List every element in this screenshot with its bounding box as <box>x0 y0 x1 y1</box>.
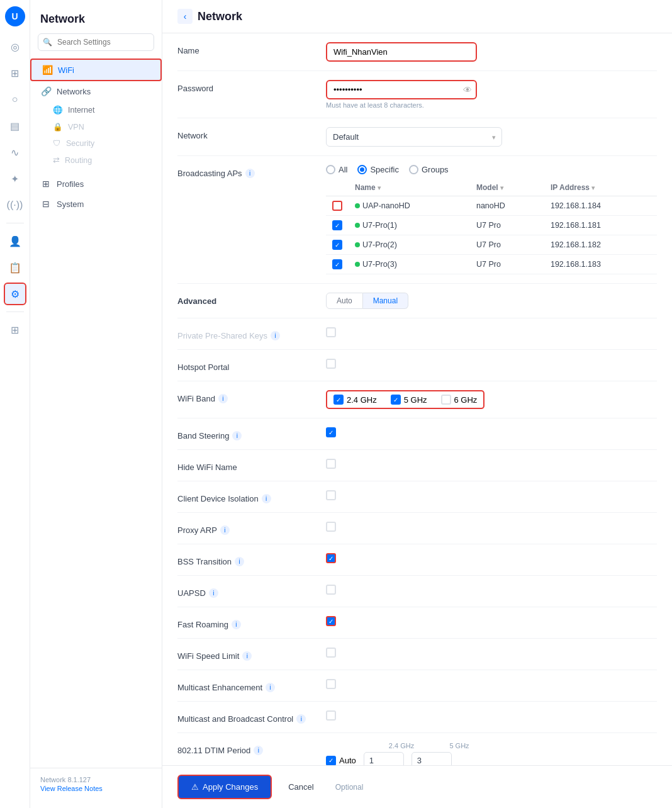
client-isolation-info-icon[interactable]: i <box>262 494 271 503</box>
password-input[interactable] <box>326 80 477 99</box>
release-notes-link[interactable]: View Release Notes <box>40 785 103 792</box>
system-icon: ⊟ <box>40 199 52 209</box>
bss-info-icon[interactable]: i <box>235 557 244 566</box>
sidebar-icon-settings[interactable]: ⚙ <box>4 283 26 305</box>
band-6-checkbox[interactable] <box>441 395 451 405</box>
proxy-arp-info-icon[interactable]: i <box>220 525 230 535</box>
radio-specific-indicator <box>357 165 367 174</box>
multicast-checkbox[interactable] <box>326 679 336 689</box>
psk-info-icon[interactable]: i <box>271 331 280 340</box>
sidebar-icon-wireless[interactable]: ((·)) <box>4 194 26 216</box>
band-5: 5 GHz <box>391 395 427 405</box>
vpn-icon: 🔒 <box>53 122 63 132</box>
sidebar-icon-clipboard[interactable]: 📋 <box>4 256 26 279</box>
client-isolation-checkbox[interactable] <box>326 490 336 500</box>
wifi-speed-checkbox[interactable] <box>326 648 336 658</box>
sidebar-icon-grid[interactable]: ⊞ <box>4 318 26 341</box>
sidebar-item-networks[interactable]: 🔗 Networks <box>30 81 162 101</box>
psk-checkbox[interactable] <box>326 327 336 337</box>
hotspot-checkbox[interactable] <box>326 359 336 369</box>
band-24-checkbox[interactable] <box>333 395 344 405</box>
multicast-bc-control <box>326 710 657 721</box>
dtim-auto-wrap[interactable]: Auto <box>326 756 356 766</box>
cancel-button[interactable]: Cancel <box>279 776 322 798</box>
dtim-auto-checkbox[interactable] <box>326 756 336 766</box>
ap-checkbox-0[interactable] <box>332 201 342 211</box>
sidebar-item-system-label: System <box>57 199 84 209</box>
sidebar-icon-analytics[interactable]: ∿ <box>4 141 26 164</box>
page-title: Network <box>198 10 242 23</box>
radio-all[interactable]: All <box>326 165 347 174</box>
table-row: UAP-nanoHD nanoHD 192.168.1.184 <box>326 196 657 216</box>
icon-bar-divider-2 <box>6 311 24 312</box>
client-isolation-row: Client Device Isolation i <box>177 481 657 513</box>
sidebar-item-security-label: Security <box>66 139 94 148</box>
tab-manual[interactable]: Manual <box>363 293 408 309</box>
password-toggle-icon[interactable]: 👁 <box>463 85 472 95</box>
psk-label: Private Pre-Shared Keys i <box>177 327 316 340</box>
wifi-icon: 📶 <box>42 65 53 75</box>
fast-roaming-info-icon[interactable]: i <box>232 620 241 629</box>
sidebar-icon-clients[interactable]: ○ <box>4 88 26 111</box>
ap-table: Name ▾ Model ▾ IP Address ▾ UAP-nanoHD n… <box>326 179 657 274</box>
multicast-info-icon[interactable]: i <box>266 683 275 692</box>
band-5-checkbox[interactable] <box>391 395 401 405</box>
uapsd-checkbox[interactable] <box>326 585 336 595</box>
ap-model-2: U7 Pro <box>470 235 544 255</box>
sidebar-item-networks-label: Networks <box>57 87 91 96</box>
sidebar-icon-topology[interactable]: ⊞ <box>4 62 26 84</box>
network-control: Default ▾ <box>326 127 657 147</box>
sidebar: Network 🔍 📶 WiFi 🔗 Networks 🌐 Internet 🔒… <box>30 0 162 808</box>
sidebar-icon-user[interactable]: 👤 <box>4 230 26 252</box>
dtim-label: 802.11 DTIM Period i <box>177 742 316 755</box>
bss-checkbox[interactable] <box>326 553 336 563</box>
collapse-button[interactable]: ‹ <box>177 9 193 24</box>
radio-specific[interactable]: Specific <box>357 165 399 174</box>
wifi-band-info-icon[interactable]: i <box>218 394 228 403</box>
network-select[interactable]: Default <box>326 127 502 147</box>
dtim-info-icon[interactable]: i <box>254 746 263 755</box>
search-box: 🔍 <box>38 33 154 51</box>
ap-checkbox-2[interactable] <box>332 240 342 250</box>
ap-ip-0: 192.168.1.184 <box>544 196 657 216</box>
sidebar-item-profiles[interactable]: ⊞ Profiles <box>30 174 162 194</box>
wifi-speed-info-icon[interactable]: i <box>242 651 252 661</box>
band-24-label: 2.4 GHz <box>347 395 377 405</box>
multicast-bc-checkbox[interactable] <box>326 710 336 721</box>
radio-groups[interactable]: Groups <box>409 165 449 174</box>
radio-groups-label: Groups <box>422 165 449 174</box>
tab-auto[interactable]: Auto <box>326 293 363 309</box>
multicast-bc-info-icon[interactable]: i <box>296 714 306 724</box>
band-steering-checkbox[interactable] <box>326 427 336 437</box>
sidebar-icon-network[interactable]: ✦ <box>4 167 26 190</box>
fast-roaming-checkbox[interactable] <box>326 616 336 626</box>
band-steering-control <box>326 427 657 437</box>
name-control <box>326 42 657 62</box>
sidebar-item-wifi[interactable]: 📶 WiFi <box>30 59 162 81</box>
sidebar-icon-stats[interactable]: ◎ <box>4 35 26 58</box>
name-input[interactable] <box>326 42 477 62</box>
proxy-arp-checkbox[interactable] <box>326 522 336 532</box>
sidebar-item-profiles-label: Profiles <box>57 179 84 189</box>
search-input[interactable] <box>38 33 154 51</box>
wifi-band-label: WiFi Band i <box>177 390 316 403</box>
hide-wifi-checkbox[interactable] <box>326 459 336 469</box>
sidebar-item-internet[interactable]: 🌐 Internet <box>30 101 162 118</box>
ap-checkbox-1[interactable] <box>332 220 342 230</box>
broadcasting-control: All Specific Groups <box>326 165 657 274</box>
broadcasting-info-icon[interactable]: i <box>245 169 255 178</box>
ap-checkbox-3[interactable] <box>332 259 342 269</box>
icon-bar-divider-1 <box>6 223 24 223</box>
advanced-row: Advanced Auto Manual <box>177 284 657 318</box>
sidebar-item-system[interactable]: ⊟ System <box>30 194 162 214</box>
apply-changes-button[interactable]: ⚠ Apply Changes <box>177 775 272 799</box>
band-24: 2.4 GHz <box>333 395 377 405</box>
ap-ip-3: 192.168.1.183 <box>544 255 657 274</box>
sidebar-icon-list[interactable]: ▤ <box>4 115 26 137</box>
radio-all-label: All <box>339 165 347 174</box>
advanced-label: Advanced <box>177 293 316 306</box>
uapsd-info-icon[interactable]: i <box>209 588 218 598</box>
band-steering-info-icon[interactable]: i <box>232 431 242 440</box>
band-6: 6 GHz <box>441 395 478 405</box>
sidebar-footer: Network 8.1.127 View Release Notes <box>30 768 162 800</box>
